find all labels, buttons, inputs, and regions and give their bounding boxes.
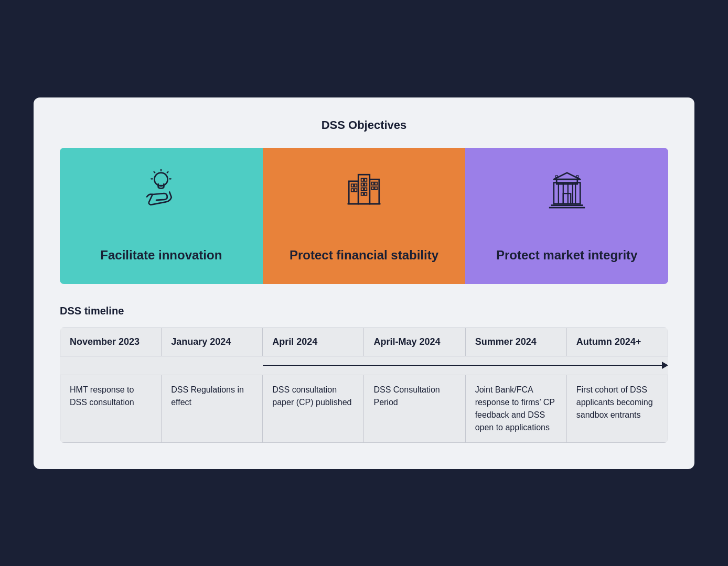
header-apr-2024: April 2024 — [263, 328, 364, 356]
header-summer-2024: Summer 2024 — [465, 328, 566, 356]
svg-rect-28 — [556, 179, 577, 184]
svg-rect-20 — [351, 189, 354, 191]
svg-rect-13 — [365, 183, 367, 186]
arrow-span — [263, 361, 668, 371]
header-autumn-2024: Autumn 2024+ — [566, 328, 668, 356]
timeline-arrow-row — [60, 356, 668, 375]
svg-rect-11 — [365, 178, 367, 181]
header-apr-may-2024: April-May 2024 — [364, 328, 465, 356]
objective-label-area-market: Protect market integrity — [465, 232, 668, 284]
timeline-title: DSS timeline — [60, 305, 668, 317]
svg-rect-14 — [361, 188, 364, 190]
svg-rect-37 — [563, 193, 570, 204]
institution-icon — [543, 166, 591, 213]
objective-icon-area-teal — [60, 148, 263, 232]
svg-rect-24 — [371, 187, 374, 189]
buildings-icon — [340, 166, 388, 213]
arrow-empty-2 — [162, 356, 263, 375]
svg-rect-18 — [351, 184, 354, 187]
svg-rect-25 — [375, 187, 378, 189]
objective-protect-market: Protect market integrity — [465, 148, 668, 284]
timeline-content-row: HMT response to DSS consultation DSS Reg… — [60, 375, 668, 442]
svg-rect-38 — [555, 176, 558, 178]
svg-point-0 — [155, 172, 168, 186]
objective-icon-area-orange — [263, 148, 466, 232]
content-summer-2024: Joint Bank/FCA response to firms’ CP fee… — [465, 375, 566, 442]
svg-rect-10 — [361, 178, 364, 181]
arrow-line — [263, 365, 662, 366]
svg-line-4 — [154, 171, 155, 172]
svg-rect-17 — [365, 192, 367, 195]
objective-label-area-facilitate: Facilitate innovation — [60, 232, 263, 284]
header-jan-2024: January 2024 — [162, 328, 263, 356]
objective-icon-area-purple — [465, 148, 668, 232]
content-nov-2023: HMT response to DSS consultation — [60, 375, 162, 442]
timeline-table: November 2023 January 2024 April 2024 Ap… — [60, 328, 668, 443]
timeline-section: DSS timeline November 2023 January 2024 … — [60, 305, 668, 443]
content-apr-may-2024: DSS Consultation Period — [364, 375, 465, 442]
svg-rect-39 — [576, 176, 579, 178]
svg-rect-15 — [365, 188, 367, 190]
svg-rect-23 — [375, 182, 378, 184]
timeline-header-row: November 2023 January 2024 April 2024 Ap… — [60, 328, 668, 356]
svg-rect-12 — [361, 183, 364, 186]
content-jan-2024: DSS Regulations in effect — [162, 375, 263, 442]
content-apr-2024: DSS consultation paper (CP) published — [263, 375, 364, 442]
svg-rect-22 — [371, 182, 374, 184]
objectives-row: Facilitate innovation — [60, 148, 668, 284]
svg-rect-21 — [355, 189, 357, 191]
arrow-empty-1 — [60, 356, 162, 375]
header-nov-2023: November 2023 — [60, 328, 162, 356]
lightbulb-hand-icon — [137, 166, 185, 213]
content-autumn-2024: First cohort of DSS applicants becoming … — [566, 375, 668, 442]
arrow-head — [662, 362, 668, 369]
svg-rect-19 — [355, 184, 357, 187]
objective-label-market: Protect market integrity — [496, 247, 637, 263]
objective-label-facilitate: Facilitate innovation — [100, 247, 222, 263]
svg-line-3 — [167, 171, 168, 172]
svg-rect-16 — [361, 192, 364, 195]
arrow-span-cell — [263, 356, 668, 375]
objective-facilitate-innovation: Facilitate innovation — [60, 148, 263, 284]
objective-label-financial: Protect financial stability — [290, 247, 438, 263]
objective-label-area-financial: Protect financial stability — [263, 232, 466, 284]
main-card: DSS Objectives — [34, 97, 694, 469]
objective-protect-financial: Protect financial stability — [263, 148, 466, 284]
page-title: DSS Objectives — [60, 118, 668, 132]
